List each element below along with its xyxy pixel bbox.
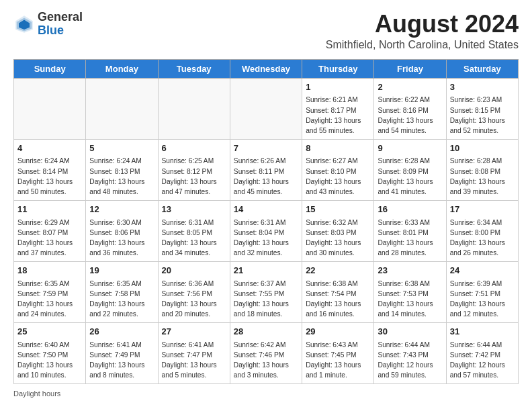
day-info: Sunrise: 6:25 AMSunset: 8:12 PMDaylight:… <box>162 156 226 197</box>
day-info: Sunrise: 6:28 AMSunset: 8:09 PMDaylight:… <box>378 156 442 197</box>
day-info: Sunrise: 6:32 AMSunset: 8:03 PMDaylight:… <box>306 218 370 259</box>
day-number: 16 <box>378 203 442 216</box>
day-info: Sunrise: 6:42 AMSunset: 7:46 PMDaylight:… <box>234 340 298 381</box>
day-cell: 25Sunrise: 6:40 AMSunset: 7:50 PMDayligh… <box>14 322 86 383</box>
header-tuesday: Tuesday <box>158 59 230 78</box>
day-info: Sunrise: 6:29 AMSunset: 8:07 PMDaylight:… <box>17 218 82 259</box>
day-info: Sunrise: 6:39 AMSunset: 7:51 PMDaylight:… <box>450 279 515 320</box>
week-row-1: 4Sunrise: 6:24 AMSunset: 8:14 PMDaylight… <box>14 139 519 200</box>
day-info: Sunrise: 6:44 AMSunset: 7:42 PMDaylight:… <box>450 340 515 381</box>
day-cell <box>158 78 230 139</box>
day-cell: 17Sunrise: 6:34 AMSunset: 8:00 PMDayligh… <box>446 200 518 261</box>
day-cell: 29Sunrise: 6:43 AMSunset: 7:45 PMDayligh… <box>302 322 374 383</box>
day-number: 23 <box>378 265 442 277</box>
day-cell: 30Sunrise: 6:44 AMSunset: 7:43 PMDayligh… <box>374 322 446 383</box>
day-cell: 5Sunrise: 6:24 AMSunset: 8:13 PMDaylight… <box>86 139 158 200</box>
day-number: 14 <box>234 203 298 216</box>
day-info: Sunrise: 6:34 AMSunset: 8:00 PMDaylight:… <box>450 218 515 259</box>
day-cell: 18Sunrise: 6:35 AMSunset: 7:59 PMDayligh… <box>14 261 86 322</box>
day-number: 17 <box>450 203 515 216</box>
day-info: Sunrise: 6:36 AMSunset: 7:56 PMDaylight:… <box>162 279 226 320</box>
location-subtitle: Smithfield, North Carolina, United State… <box>326 39 519 51</box>
day-info: Sunrise: 6:31 AMSunset: 8:05 PMDaylight:… <box>162 218 226 259</box>
day-info: Sunrise: 6:33 AMSunset: 8:01 PMDaylight:… <box>378 218 442 259</box>
day-number: 13 <box>162 203 226 216</box>
footer-note: Daylight hours <box>13 390 519 398</box>
day-cell: 4Sunrise: 6:24 AMSunset: 8:14 PMDaylight… <box>14 139 86 200</box>
day-info: Sunrise: 6:37 AMSunset: 7:55 PMDaylight:… <box>234 279 298 320</box>
day-cell: 22Sunrise: 6:38 AMSunset: 7:54 PMDayligh… <box>302 261 374 322</box>
day-cell: 8Sunrise: 6:27 AMSunset: 8:10 PMDaylight… <box>302 139 374 200</box>
day-number: 2 <box>378 81 442 94</box>
day-number: 5 <box>89 142 154 155</box>
day-number: 26 <box>89 326 154 338</box>
day-info: Sunrise: 6:35 AMSunset: 7:59 PMDaylight:… <box>17 279 82 320</box>
day-cell: 9Sunrise: 6:28 AMSunset: 8:09 PMDaylight… <box>374 139 446 200</box>
day-number: 3 <box>450 81 515 94</box>
day-number: 19 <box>89 265 154 277</box>
day-info: Sunrise: 6:22 AMSunset: 8:16 PMDaylight:… <box>378 95 442 136</box>
day-number: 12 <box>89 203 154 216</box>
day-info: Sunrise: 6:43 AMSunset: 7:45 PMDaylight:… <box>306 340 370 381</box>
day-cell: 11Sunrise: 6:29 AMSunset: 8:07 PMDayligh… <box>14 200 86 261</box>
day-info: Sunrise: 6:28 AMSunset: 8:08 PMDaylight:… <box>450 156 515 197</box>
day-number: 20 <box>162 265 226 277</box>
week-row-4: 25Sunrise: 6:40 AMSunset: 7:50 PMDayligh… <box>14 322 519 383</box>
month-title: August 2024 <box>326 11 519 38</box>
day-cell: 1Sunrise: 6:21 AMSunset: 8:17 PMDaylight… <box>302 78 374 139</box>
day-number: 24 <box>450 265 515 277</box>
title-area: August 2024 Smithfield, North Carolina, … <box>326 11 519 51</box>
page-header: General Blue August 2024 Smithfield, Nor… <box>13 11 519 51</box>
day-number: 8 <box>306 142 370 155</box>
day-cell: 19Sunrise: 6:35 AMSunset: 7:58 PMDayligh… <box>86 261 158 322</box>
day-number: 27 <box>162 326 226 338</box>
day-info: Sunrise: 6:35 AMSunset: 7:58 PMDaylight:… <box>89 279 154 320</box>
header-saturday: Saturday <box>446 59 518 78</box>
day-cell <box>14 78 86 139</box>
day-number: 4 <box>17 142 82 155</box>
week-row-0: 1Sunrise: 6:21 AMSunset: 8:17 PMDaylight… <box>14 78 519 139</box>
day-info: Sunrise: 6:24 AMSunset: 8:13 PMDaylight:… <box>89 156 154 197</box>
header-monday: Monday <box>86 59 158 78</box>
day-number: 25 <box>17 326 82 338</box>
day-info: Sunrise: 6:41 AMSunset: 7:47 PMDaylight:… <box>162 340 226 381</box>
day-cell: 23Sunrise: 6:38 AMSunset: 7:53 PMDayligh… <box>374 261 446 322</box>
header-wednesday: Wednesday <box>230 59 302 78</box>
day-cell: 27Sunrise: 6:41 AMSunset: 7:47 PMDayligh… <box>158 322 230 383</box>
day-number: 29 <box>306 326 370 338</box>
day-cell: 26Sunrise: 6:41 AMSunset: 7:49 PMDayligh… <box>86 322 158 383</box>
day-cell: 16Sunrise: 6:33 AMSunset: 8:01 PMDayligh… <box>374 200 446 261</box>
day-number: 6 <box>162 142 226 155</box>
day-info: Sunrise: 6:31 AMSunset: 8:04 PMDaylight:… <box>234 218 298 259</box>
day-cell: 12Sunrise: 6:30 AMSunset: 8:06 PMDayligh… <box>86 200 158 261</box>
day-info: Sunrise: 6:38 AMSunset: 7:53 PMDaylight:… <box>378 279 442 320</box>
day-info: Sunrise: 6:38 AMSunset: 7:54 PMDaylight:… <box>306 279 370 320</box>
day-cell <box>230 78 302 139</box>
day-cell: 31Sunrise: 6:44 AMSunset: 7:42 PMDayligh… <box>446 322 518 383</box>
day-number: 18 <box>17 265 82 277</box>
day-info: Sunrise: 6:26 AMSunset: 8:11 PMDaylight:… <box>234 156 298 197</box>
day-number: 21 <box>234 265 298 277</box>
day-cell: 7Sunrise: 6:26 AMSunset: 8:11 PMDaylight… <box>230 139 302 200</box>
day-info: Sunrise: 6:24 AMSunset: 8:14 PMDaylight:… <box>17 156 82 197</box>
day-cell: 20Sunrise: 6:36 AMSunset: 7:56 PMDayligh… <box>158 261 230 322</box>
day-number: 31 <box>450 326 515 338</box>
day-cell <box>86 78 158 139</box>
day-number: 30 <box>378 326 442 338</box>
day-cell: 2Sunrise: 6:22 AMSunset: 8:16 PMDaylight… <box>374 78 446 139</box>
day-cell: 21Sunrise: 6:37 AMSunset: 7:55 PMDayligh… <box>230 261 302 322</box>
calendar-header-row: SundayMondayTuesdayWednesdayThursdayFrid… <box>14 59 519 78</box>
day-cell: 28Sunrise: 6:42 AMSunset: 7:46 PMDayligh… <box>230 322 302 383</box>
day-cell: 10Sunrise: 6:28 AMSunset: 8:08 PMDayligh… <box>446 139 518 200</box>
day-number: 10 <box>450 142 515 155</box>
day-cell: 14Sunrise: 6:31 AMSunset: 8:04 PMDayligh… <box>230 200 302 261</box>
day-info: Sunrise: 6:23 AMSunset: 8:15 PMDaylight:… <box>450 95 515 136</box>
day-number: 15 <box>306 203 370 216</box>
day-number: 9 <box>378 142 442 155</box>
day-cell: 15Sunrise: 6:32 AMSunset: 8:03 PMDayligh… <box>302 200 374 261</box>
calendar-table: SundayMondayTuesdayWednesdayThursdayFrid… <box>13 59 519 384</box>
day-number: 11 <box>17 203 82 216</box>
logo-icon <box>13 13 35 35</box>
header-sunday: Sunday <box>14 59 86 78</box>
header-thursday: Thursday <box>302 59 374 78</box>
